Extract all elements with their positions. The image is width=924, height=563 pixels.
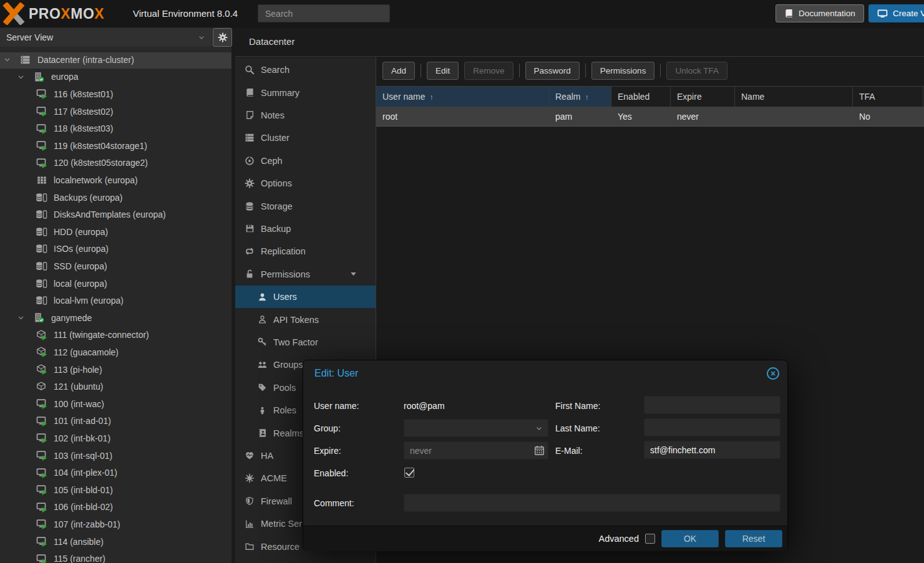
documentation-button[interactable]: Documentation: [776, 4, 864, 22]
nav-item-summary[interactable]: Summary: [235, 81, 376, 103]
tree-item-103-int-sql-01[interactable]: 103 (int-sql-01): [0, 447, 231, 464]
tree-item-hdd-europa[interactable]: HDD (europa): [0, 223, 231, 241]
tree-item-label: 114 (ansible): [54, 537, 104, 547]
nav-item-label: Storage: [261, 201, 293, 211]
tree-item-115-rancher[interactable]: 115 (rancher): [0, 550, 231, 563]
tree-item-101-int-ad-01[interactable]: 101 (int-ad-01): [0, 413, 231, 430]
nav-item-label: Pools: [273, 383, 296, 393]
tree-item-isos-europa[interactable]: ISOs (europa): [0, 241, 231, 258]
tree-item-100-int-wac[interactable]: 100 (int-wac): [0, 395, 231, 413]
storage-icon: [36, 244, 47, 254]
column-header-name[interactable]: Name: [735, 87, 853, 107]
tree-item-label: 117 (k8stest02): [54, 107, 113, 117]
tree-item-106-int-bld-02[interactable]: 106 (int-bld-02): [0, 499, 231, 516]
tree-item-112-guacamole[interactable]: 112 (guacamole): [0, 344, 231, 361]
floppy-icon: [244, 224, 255, 233]
tree-item-ganymede[interactable]: ganymede: [0, 309, 231, 327]
tree-item-116-k8stest01[interactable]: 116 (k8stest01): [0, 85, 231, 103]
first-name-input[interactable]: [644, 396, 781, 414]
expire-input[interactable]: [404, 446, 530, 456]
enabled-checkbox[interactable]: [404, 468, 414, 478]
column-header-realm[interactable]: Realm↑: [549, 87, 611, 107]
column-header-expire[interactable]: Expire: [671, 87, 735, 107]
add-button[interactable]: Add: [382, 62, 415, 80]
nav-item-api-tokens[interactable]: API Tokens: [235, 308, 376, 330]
username-label: User name:: [314, 401, 359, 411]
create-vm-button[interactable]: Create V: [868, 4, 924, 22]
view-selector-dropdown[interactable]: Server View: [0, 28, 212, 47]
nav-item-label: Metric Ser: [261, 519, 302, 529]
permissions-button[interactable]: Permissions: [591, 62, 655, 80]
password-button[interactable]: Password: [525, 62, 580, 80]
tree-item-120-k8stest05storage2[interactable]: 120 (k8stest05storage2): [0, 155, 231, 172]
nav-item-label: ACME: [261, 473, 287, 483]
nav-item-options[interactable]: Options: [235, 172, 376, 195]
address-book-icon: [256, 428, 268, 438]
tree-item-local-europa[interactable]: local (europa): [0, 275, 231, 292]
tree-item-localnetwork-europa[interactable]: localnetwork (europa): [0, 171, 231, 189]
nav-item-cluster[interactable]: Cluster: [235, 127, 376, 149]
tree-item-europa[interactable]: europa: [0, 69, 231, 86]
email-input[interactable]: [644, 441, 781, 459]
tree-settings-button[interactable]: [213, 28, 232, 47]
vm-running-icon: [36, 158, 47, 168]
column-header-enabled[interactable]: Enabled: [611, 87, 671, 107]
expand-chevron-icon[interactable]: [15, 74, 27, 80]
heartbeat-icon: [244, 451, 255, 460]
tree-item-118-k8stest03[interactable]: 118 (k8stest03): [0, 120, 231, 137]
expand-chevron-icon[interactable]: [1, 56, 13, 63]
tree-item-disksandtemplates-europa[interactable]: DisksAndTemplates (europa): [0, 206, 231, 223]
nav-item-two-factor[interactable]: Two Factor: [235, 331, 376, 354]
group-icon: [256, 360, 268, 370]
tree-item-119-k8stest04storage1[interactable]: 119 (k8stest04storage1): [0, 137, 231, 155]
nav-item-backup[interactable]: Backup: [235, 218, 376, 240]
nav-item-permissions[interactable]: Permissions: [235, 263, 376, 286]
vm-running-icon: [36, 502, 47, 512]
tree-item-backups-europa[interactable]: Backups (europa): [0, 189, 231, 206]
ok-button[interactable]: OK: [661, 530, 719, 547]
nav-item-search[interactable]: Search: [235, 59, 376, 81]
toolbar-separator: [585, 64, 586, 77]
product-version: Virtual Environment 8.0.4: [133, 8, 238, 19]
close-icon[interactable]: ×: [767, 367, 779, 380]
tree-item-111-twingate-connector[interactable]: 111 (twingate-connector): [0, 327, 231, 344]
nav-item-notes[interactable]: Notes: [235, 104, 376, 127]
nav-item-storage[interactable]: Storage: [235, 195, 376, 217]
vm-running-icon: [36, 484, 47, 495]
tree-item-label: 113 (pi-hole): [54, 365, 102, 375]
edit-button[interactable]: Edit: [427, 62, 459, 80]
comment-input[interactable]: [404, 494, 781, 512]
calendar-icon[interactable]: [530, 445, 548, 456]
tree-item-local-lvm-europa[interactable]: local-lvm (europa): [0, 292, 231, 309]
global-search-input[interactable]: [258, 4, 390, 22]
column-header-tfa[interactable]: TFA: [853, 87, 923, 107]
table-row-root[interactable]: rootpamYesneverNo: [376, 107, 924, 127]
last-name-input[interactable]: [644, 418, 781, 436]
nav-item-users[interactable]: Users: [235, 286, 376, 308]
nav-item-support[interactable]: Support: [235, 558, 376, 563]
tree-item-105-int-bld-01[interactable]: 105 (int-bld-01): [0, 481, 231, 499]
tree-item-121-ubuntu[interactable]: 121 (ubuntu): [0, 378, 231, 395]
column-header-user-name[interactable]: User name↑: [376, 87, 549, 107]
tree-item-datacenter-intra-cluster[interactable]: Datacenter (intra-cluster): [0, 52, 231, 69]
expand-chevron-icon[interactable]: [15, 314, 27, 321]
nav-item-ceph[interactable]: Ceph: [235, 150, 376, 172]
nav-item-label: Roles: [273, 405, 296, 415]
tree-item-104-int-plex-01[interactable]: 104 (int-plex-01): [0, 464, 231, 481]
tree-item-107-int-zabb-01[interactable]: 107 (int-zabb-01): [0, 516, 231, 533]
tree-item-117-k8stest02[interactable]: 117 (k8stest02): [0, 103, 231, 120]
last-name-label: Last Name:: [555, 423, 600, 433]
reset-button[interactable]: Reset: [725, 530, 782, 547]
tree-item-113-pi-hole[interactable]: 113 (pi-hole): [0, 361, 231, 378]
tree-item-114-ansible[interactable]: 114 (ansible): [0, 533, 231, 551]
tree-item-label: ganymede: [51, 313, 92, 323]
tree-item-102-int-bk-01[interactable]: 102 (int-bk-01): [0, 430, 231, 447]
lxc-running-icon: [36, 330, 47, 340]
email-label: E-Mail:: [555, 446, 583, 456]
group-select[interactable]: [404, 419, 548, 437]
advanced-checkbox[interactable]: [645, 534, 655, 544]
caret-down-icon[interactable]: [348, 270, 359, 278]
proxmox-app: PROXMOX Virtual Environment 8.0.4 Docume…: [0, 0, 924, 563]
tree-item-ssd-europa[interactable]: SSD (europa): [0, 257, 231, 275]
nav-item-replication[interactable]: Replication: [235, 240, 376, 262]
